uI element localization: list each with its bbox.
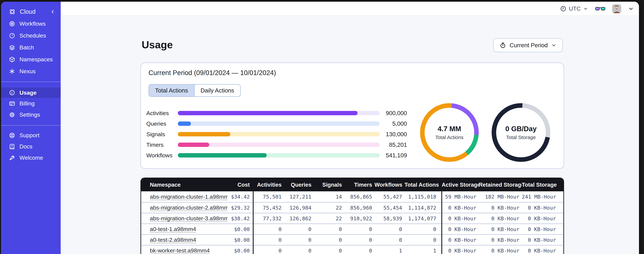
bar-fill <box>178 111 358 115</box>
namespace-link[interactable]: abs-migration-cluster-3.a98mm4 <box>150 215 228 222</box>
usage-card-title: Current Period (09/01/2024 — 10/01/2024) <box>148 69 276 76</box>
namespace-usage-table: NamespaceCostActivitiesQueriesSignalsTim… <box>140 178 564 254</box>
sidebar-item-namespaces[interactable]: Namespaces <box>1 54 61 65</box>
cost-cell: $0.00 <box>228 248 253 254</box>
active-storage-cell: 0 KB-Hour <box>442 216 479 222</box>
sidebar-item-schedules[interactable]: Schedules <box>1 30 61 42</box>
activities-cell: 77,332 <box>253 216 284 222</box>
cost-cell: $0.00 <box>228 226 253 232</box>
column-header: Activities <box>253 182 284 188</box>
namespace-link[interactable]: bk-worker-test.a98mm4 <box>150 247 210 254</box>
docs-icon <box>9 143 16 150</box>
bar-track <box>178 153 380 158</box>
timers-cell: 0 <box>344 226 374 232</box>
sidebar-item-label: Welcome <box>20 154 43 161</box>
bar-row: Activities900,000 <box>146 110 407 116</box>
sidebar-collapse-button[interactable] <box>50 9 56 14</box>
account-menu-chevron[interactable] <box>628 6 634 12</box>
sidebar-item-usage[interactable]: Usage <box>1 88 61 98</box>
retained-storage-cell: 182 MB-Hour <box>479 194 522 200</box>
sidebar-item-label: Billing <box>20 100 35 107</box>
table-row: a0-test-1.a98mm4$0.000000000 KB-Hour0 KB… <box>141 224 563 234</box>
sidebar-item-support[interactable]: Support <box>1 130 61 141</box>
chevron-down-icon <box>551 42 556 48</box>
app-window: Cloud Workflows Schedul <box>1 2 639 254</box>
bar-fill <box>178 153 267 158</box>
bar-row: Signals130,000 <box>146 131 407 137</box>
table-row: abs-migration-cluster-3.a98mm4$38.4277,3… <box>141 213 563 224</box>
period-selector-label: Current Period <box>510 42 548 48</box>
sidebar-nav-primary: Workflows Schedules Batch <box>1 18 61 77</box>
sidebar-divider <box>1 82 61 82</box>
table-group-divider <box>441 191 442 254</box>
tab-total-actions[interactable]: Total Actions <box>149 84 194 96</box>
signals-cell: 14 <box>314 194 344 200</box>
total-storage-cell: 0 KB-Hour <box>522 216 563 222</box>
sidebar-item-label: Schedules <box>20 32 46 39</box>
total-storage-cell: 0 KB-Hour <box>522 237 563 243</box>
column-header: Total Storage <box>522 182 563 188</box>
usage-summary-card: Current Period (09/01/2024 — 10/01/2024)… <box>140 62 564 169</box>
cost-cell: $29.32 <box>228 205 253 211</box>
column-header: Namespace <box>141 182 228 188</box>
total-actions-donut: 4.7 MM Total Actions <box>420 103 479 162</box>
timers-cell: 0 <box>344 237 374 243</box>
main-area: UTC <box>61 2 639 254</box>
signals-cell: 22 <box>314 205 344 211</box>
active-storage-cell: 0 KB-Hour <box>442 205 479 211</box>
sidebar-item-welcome[interactable]: Welcome <box>1 152 61 163</box>
bar-value: 5,000 <box>392 121 407 126</box>
sidebar-item-batch[interactable]: Batch <box>1 42 61 54</box>
namespace-cell: abs-migration-cluster-2.a98mm4 <box>141 204 228 211</box>
sidebar-nav-account: Usage Billing <box>1 88 61 120</box>
sidebar-item-label: Usage <box>20 90 36 96</box>
sidebar-item-workflows[interactable]: Workflows <box>1 18 61 30</box>
column-header: Active Storage <box>442 182 479 188</box>
clock-icon <box>560 5 566 12</box>
namespace-link[interactable]: a0-test-2.a98mm4 <box>150 236 196 243</box>
namespace-link[interactable]: abs-migration-cluster-2.a98mm4 <box>150 204 228 211</box>
glasses-icon[interactable] <box>595 6 606 12</box>
column-header: Total Actions <box>404 182 442 188</box>
namespace-link[interactable]: a0-test-1.a98mm4 <box>150 226 196 232</box>
column-header: Timers <box>344 182 374 188</box>
table-row: abs-migration-cluster-2.a98mm4$29.3275,4… <box>141 202 563 213</box>
user-avatar[interactable] <box>612 4 621 13</box>
activities-cell: 75,501 <box>253 194 284 200</box>
sidebar-item-billing[interactable]: Billing <box>1 98 61 109</box>
bar-track <box>178 111 380 115</box>
welcome-icon <box>9 154 16 161</box>
namespaces-icon <box>9 56 16 63</box>
namespace-link[interactable]: abs-migration-cluster-1.a98mm4 <box>150 194 228 200</box>
topbar: UTC <box>61 2 639 16</box>
queries-cell: 0 <box>284 226 314 232</box>
sidebar: Cloud Workflows Schedul <box>1 2 61 254</box>
total-actions-cell: 1 <box>404 248 442 254</box>
sidebar-item-label: Docs <box>20 143 32 150</box>
timezone-selector[interactable]: UTC <box>560 5 588 12</box>
bar-row: Queries5,000 <box>146 121 407 126</box>
donut-label: Total Storage <box>506 134 536 140</box>
queries-cell: 126,862 <box>284 216 314 222</box>
bar-label: Workflows <box>146 152 172 158</box>
cost-cell: $0.00 <box>228 237 253 243</box>
table-row: bk-worker-test.a98mm4$0.000000110 KB-Hou… <box>141 245 563 254</box>
period-selector-button[interactable]: Current Period <box>493 38 563 52</box>
signals-cell: 0 <box>314 248 344 254</box>
sidebar-item-nexus[interactable]: Nexus <box>1 65 61 77</box>
donut-value: 4.7 MM <box>438 125 461 133</box>
tab-daily-actions[interactable]: Daily Actions <box>194 84 240 96</box>
bar-fill <box>178 122 191 126</box>
sidebar-item-docs[interactable]: Docs <box>1 141 61 152</box>
signals-cell: 22 <box>314 216 344 222</box>
nexus-icon <box>9 68 16 75</box>
donut-center: 4.7 MM Total Actions <box>424 108 474 157</box>
namespace-cell: abs-migration-cluster-1.a98mm4 <box>141 194 228 200</box>
brand-label: Cloud <box>20 8 36 15</box>
actions-tab-group: Total Actions Daily Actions <box>148 84 241 97</box>
timers-cell: 856,865 <box>344 194 374 200</box>
sidebar-item-settings[interactable]: Settings <box>1 109 61 120</box>
total-storage-cell: 241 MB-Hour <box>522 194 563 200</box>
table-body: abs-migration-cluster-1.a98mm4$34.4275,5… <box>141 191 563 254</box>
stopwatch-icon <box>500 42 506 48</box>
